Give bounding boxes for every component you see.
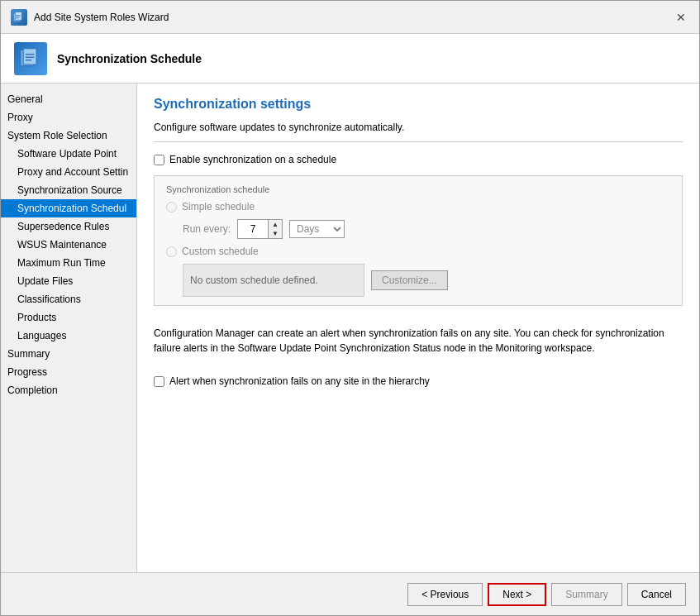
custom-schedule-area: No custom schedule defined. Customize... (183, 264, 670, 297)
page-title: Synchronization settings (154, 97, 683, 112)
content-area: General Proxy System Role Selection Soft… (1, 84, 699, 572)
close-button[interactable]: ✕ (673, 9, 689, 26)
simple-schedule-radio[interactable] (166, 202, 177, 212)
wizard-window: Add Site System Roles Wizard ✕ Synchroni… (0, 0, 700, 616)
sidebar-item-max-run-time[interactable]: Maximum Run Time (1, 254, 136, 272)
sidebar-item-completion[interactable]: Completion (1, 381, 136, 399)
sidebar-item-languages[interactable]: Languages (1, 327, 136, 345)
days-select[interactable]: Hours Days Weeks (289, 220, 345, 238)
footer-area: < Previous Next > Summary Cancel (1, 572, 699, 615)
info-box: Configuration Manager can create an aler… (154, 318, 683, 364)
sidebar-item-update-files[interactable]: Update Files (1, 272, 136, 290)
title-bar: Add Site System Roles Wizard ✕ (1, 1, 699, 34)
description-text: Configure software updates to synchroniz… (154, 122, 683, 133)
alert-checkbox-row: Alert when synchronization fails on any … (154, 375, 683, 387)
sidebar-item-progress[interactable]: Progress (1, 363, 136, 381)
no-custom-schedule-text: No custom schedule defined. (190, 275, 318, 286)
alert-sync-checkbox[interactable] (154, 376, 164, 387)
schedule-box: Synchronization schedule Simple schedule… (154, 175, 683, 306)
custom-schedule-label[interactable]: Custom schedule (182, 246, 259, 257)
sidebar-item-software-update-point[interactable]: Software Update Point (1, 145, 136, 163)
simple-schedule-row: Simple schedule (166, 201, 670, 212)
sidebar-item-sync-schedule[interactable]: Synchronization Schedul (1, 199, 136, 217)
run-every-row: Run every: ▲ ▼ Hours Days Weeks (183, 219, 670, 239)
enable-sync-label[interactable]: Enable synchronization on a schedule (169, 154, 336, 165)
header-title: Synchronization Schedule (57, 52, 202, 65)
header-bar: Synchronization Schedule (1, 34, 699, 84)
simple-schedule-label[interactable]: Simple schedule (182, 201, 255, 212)
sidebar-item-proxy-account[interactable]: Proxy and Account Settin (1, 163, 136, 181)
custom-schedule-radio[interactable] (166, 246, 177, 257)
alert-sync-label[interactable]: Alert when synchronization fails on any … (169, 375, 430, 387)
sidebar-item-summary[interactable]: Summary (1, 345, 136, 363)
custom-schedule-box: No custom schedule defined. (183, 264, 364, 297)
cancel-button[interactable]: Cancel (627, 583, 686, 606)
main-inner: Synchronization settings Configure softw… (137, 84, 699, 572)
enable-sync-row: Enable synchronization on a schedule (154, 154, 683, 165)
sidebar-item-supersedence-rules[interactable]: Supersedence Rules (1, 217, 136, 236)
summary-button[interactable]: Summary (551, 583, 621, 606)
spinner-buttons: ▲ ▼ (268, 220, 282, 238)
sidebar-item-sync-source[interactable]: Synchronization Source (1, 181, 136, 199)
next-button[interactable]: Next > (488, 583, 546, 606)
info-text: Configuration Manager can create an aler… (154, 326, 683, 356)
spinner-up-button[interactable]: ▲ (269, 220, 282, 229)
wizard-icon (11, 9, 27, 26)
sidebar-item-products[interactable]: Products (1, 308, 136, 327)
svg-rect-1 (15, 12, 21, 20)
sidebar-item-proxy[interactable]: Proxy (1, 108, 136, 127)
schedule-box-title: Synchronization schedule (166, 184, 670, 194)
run-every-input[interactable] (238, 220, 268, 238)
sidebar-item-general[interactable]: General (1, 90, 136, 108)
title-bar-left: Add Site System Roles Wizard (11, 9, 169, 26)
divider (154, 141, 683, 142)
run-every-spinner[interactable]: ▲ ▼ (237, 219, 283, 239)
previous-button[interactable]: < Previous (407, 583, 483, 606)
sidebar-item-system-role-selection[interactable]: System Role Selection (1, 127, 136, 145)
svg-rect-6 (23, 48, 36, 64)
title-bar-text: Add Site System Roles Wizard (34, 12, 169, 23)
spinner-down-button[interactable]: ▼ (269, 229, 282, 238)
main-content: Synchronization settings Configure softw… (137, 84, 699, 572)
run-every-label: Run every: (183, 223, 231, 235)
sidebar-item-classifications[interactable]: Classifications (1, 290, 136, 308)
sidebar: General Proxy System Role Selection Soft… (1, 84, 137, 572)
custom-schedule-row: Custom schedule (166, 246, 670, 257)
header-icon (14, 42, 47, 75)
sidebar-item-wsus-maintenance[interactable]: WSUS Maintenance (1, 236, 136, 254)
customize-button[interactable]: Customize... (371, 270, 448, 290)
enable-sync-checkbox[interactable] (154, 155, 164, 165)
